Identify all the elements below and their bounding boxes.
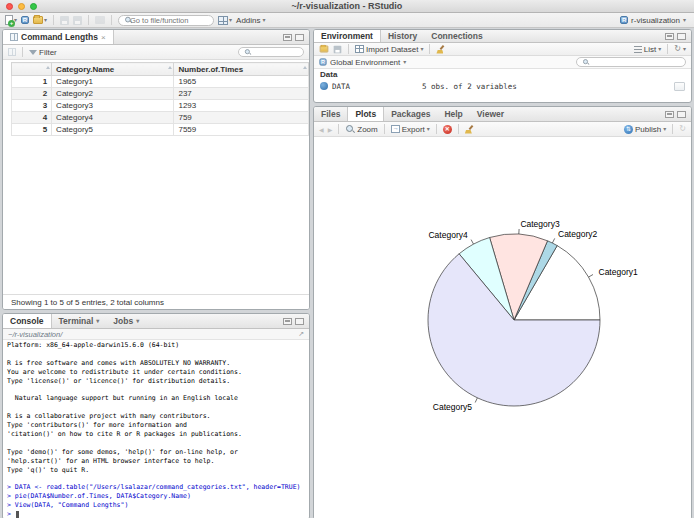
filter-button[interactable]: Filter xyxy=(29,48,57,57)
dataframe-icon xyxy=(320,82,328,90)
project-menu[interactable]: R r-visualization ▾ xyxy=(620,16,686,25)
console-line: Type 'license()' or 'licence()' for dist… xyxy=(7,377,309,386)
previous-plot-icon[interactable]: ◀ xyxy=(319,126,324,133)
minimize-pane-icon[interactable] xyxy=(283,318,292,325)
workspace-panes-button[interactable]: ▾ xyxy=(218,16,232,25)
zoom-button[interactable]: Zoom xyxy=(345,124,377,134)
console-command: > pie(DATA$Number.of.Times, DATA$Categor… xyxy=(7,492,309,501)
minimize-pane-icon[interactable] xyxy=(283,34,292,41)
console-line xyxy=(7,350,309,359)
print-button[interactable] xyxy=(95,16,105,24)
popout-icon[interactable] xyxy=(8,48,16,56)
maximize-pane-icon[interactable] xyxy=(295,318,304,325)
tab-viewer[interactable]: Viewer xyxy=(470,107,511,121)
table-cell: Category3 xyxy=(52,100,174,112)
open-file-button[interactable]: ▾ xyxy=(33,16,47,24)
console-line: 'citation()' on how to cite R or R packa… xyxy=(7,430,309,439)
open-in-files-icon[interactable]: ↗ xyxy=(298,330,304,338)
new-project-button[interactable]: R xyxy=(21,16,29,24)
environment-scope-row: R Global Environment ▾ xyxy=(314,56,691,69)
console-prompt-line[interactable]: > xyxy=(7,510,309,518)
clear-objects-icon[interactable] xyxy=(436,45,445,54)
data-table: Category.Name Number.of.Times 1 Category… xyxy=(11,62,309,136)
tab-history[interactable]: History xyxy=(381,30,424,42)
tab-plots[interactable]: Plots xyxy=(347,107,384,121)
tab-files[interactable]: Files xyxy=(314,107,347,121)
addins-menu[interactable]: Addins▾ xyxy=(236,16,265,25)
import-dataset-icon xyxy=(355,45,364,53)
rstudio-window: ~/r-visualization - RStudio ▾ R ▾ ▾ Addi… xyxy=(0,0,694,518)
view-table-icon[interactable] xyxy=(674,82,685,91)
load-workspace-icon[interactable] xyxy=(320,46,329,53)
refresh-environment-button[interactable]: ↻ ▾ xyxy=(674,45,686,53)
environment-toolbar: Import Dataset ▾ List ▾ ↻ ▾ xyxy=(314,43,691,56)
tab-connections[interactable]: Connections xyxy=(424,30,489,42)
column-header-number-of-times[interactable]: Number.of.Times xyxy=(174,63,309,76)
minimize-pane-icon[interactable] xyxy=(665,33,674,40)
data-viewer-toolbar: Filter xyxy=(3,45,309,60)
save-all-button[interactable] xyxy=(73,16,82,25)
goto-file-input[interactable] xyxy=(130,16,208,25)
maximize-pane-icon[interactable] xyxy=(677,111,686,118)
text-cursor xyxy=(16,511,19,518)
environment-scope-selector[interactable]: Global Environment xyxy=(330,58,400,67)
table-row[interactable]: 3 Category3 1293 xyxy=(12,100,309,112)
data-viewer-pane: Command Lengths × Filter xyxy=(2,29,310,310)
main-toolbar: ▾ R ▾ ▾ Addins▾ R r-visualization ▾ xyxy=(0,13,694,28)
close-tab-icon[interactable]: × xyxy=(101,33,106,42)
next-plot-icon[interactable]: ▶ xyxy=(328,126,333,133)
environment-search-input[interactable] xyxy=(592,59,681,66)
pie-slice-label: Category2 xyxy=(558,229,597,239)
row-number-cell: 2 xyxy=(12,88,52,100)
table-row[interactable]: 2 Category2 237 xyxy=(12,88,309,100)
panes-grid-icon xyxy=(218,16,228,25)
new-file-button[interactable]: ▾ xyxy=(5,15,17,25)
plot-area: Category1Category2Category3Category4Cate… xyxy=(314,137,691,518)
environment-search[interactable] xyxy=(576,57,686,67)
console-command: > DATA <- read.table("/Users/lsalazar/co… xyxy=(7,483,309,492)
data-viewer-search-input[interactable] xyxy=(253,49,299,56)
tab-help[interactable]: Help xyxy=(437,107,469,121)
maximize-pane-icon[interactable] xyxy=(677,33,686,40)
console-tabbar: Console Terminal▾ Jobs▾ xyxy=(3,314,309,329)
sort-icon xyxy=(46,66,50,69)
title-bar: ~/r-visualization - RStudio xyxy=(0,0,694,13)
table-row[interactable]: 4 Category4 759 xyxy=(12,112,309,124)
tab-terminal[interactable]: Terminal▾ xyxy=(52,314,107,328)
table-row[interactable]: 1 Category1 1965 xyxy=(12,76,309,88)
table-cell: 1293 xyxy=(174,100,309,112)
pie-slice-label: Category3 xyxy=(520,219,559,229)
save-all-icon xyxy=(73,16,82,25)
save-button[interactable] xyxy=(60,16,69,25)
export-button[interactable]: Export ▾ xyxy=(391,125,430,134)
table-cell: Category5 xyxy=(52,124,174,136)
tab-command-lengths[interactable]: Command Lengths × xyxy=(3,30,114,44)
clear-all-plots-icon[interactable] xyxy=(465,125,474,134)
minimize-pane-icon[interactable] xyxy=(665,111,674,118)
table-row[interactable]: 5 Category5 7559 xyxy=(12,124,309,136)
save-workspace-icon[interactable] xyxy=(334,45,342,53)
filter-icon xyxy=(29,50,37,55)
remove-plot-icon[interactable]: ✕ xyxy=(443,125,452,134)
column-header-category-name[interactable]: Category.Name xyxy=(52,63,174,76)
tab-environment[interactable]: Environment xyxy=(314,30,381,42)
refresh-plot-icon[interactable]: ↻ xyxy=(679,125,686,133)
tab-packages[interactable]: Packages xyxy=(384,107,437,121)
environment-object-row[interactable]: DATA 5 obs. of 2 variables xyxy=(314,80,691,92)
console-line: Type 'contributors()' for more informati… xyxy=(7,421,309,430)
row-number-header[interactable] xyxy=(12,63,52,76)
tab-console[interactable]: Console xyxy=(3,314,52,328)
console-output[interactable]: Platform: x86_64-apple-darwin15.6.0 (64-… xyxy=(3,340,309,518)
workspace: Command Lengths × Filter xyxy=(0,28,694,518)
list-view-button[interactable]: List ▾ xyxy=(634,45,661,54)
maximize-pane-icon[interactable] xyxy=(295,34,304,41)
goto-file-search[interactable] xyxy=(118,15,214,26)
publish-button[interactable]: ⇅ Publish ▾ xyxy=(624,125,666,134)
pie-chart: Category1Category2Category3Category4Cate… xyxy=(314,137,691,518)
tab-jobs[interactable]: Jobs▾ xyxy=(106,314,146,328)
import-dataset-button[interactable]: Import Dataset ▾ xyxy=(355,45,423,54)
data-viewer-search[interactable] xyxy=(238,47,304,57)
open-folder-icon xyxy=(33,16,43,24)
table-cell: Category4 xyxy=(52,112,174,124)
table-cell: Category2 xyxy=(52,88,174,100)
